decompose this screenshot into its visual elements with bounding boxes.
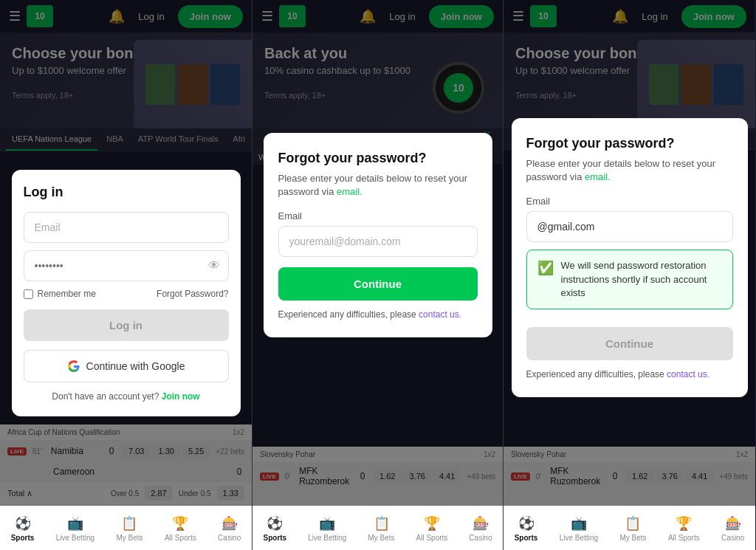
contact-link-2[interactable]: contact us. [419, 309, 461, 320]
forgot-modal-success: Forgot your password? Please enter your … [512, 118, 748, 397]
difficulty-text-3: Experienced any difficulties, please con… [526, 369, 733, 379]
login-modal-title: Log in [24, 185, 229, 200]
continue-button-basic[interactable]: Continue [278, 267, 478, 300]
nav-allsports-label-3: All Sports [668, 534, 700, 542]
nav-live-label-1: Live Betting [56, 534, 94, 542]
nav-allsports-1[interactable]: 🏆 All Sports [165, 515, 196, 542]
nav-casino-2[interactable]: 🎰 Casino [469, 515, 492, 542]
google-btn-label: Continue with Google [86, 360, 185, 372]
remember-checkbox[interactable] [24, 289, 33, 299]
nav-bets-icon-2: 📋 [374, 515, 390, 532]
nav-bets-label-2: My Bets [368, 534, 394, 542]
forgot-email-input-3[interactable] [526, 211, 733, 242]
contact-link-3[interactable]: contact us. [667, 369, 709, 379]
continue-button-success[interactable]: Continue [526, 327, 733, 360]
email-field-label-3: Email [526, 196, 733, 207]
join-link[interactable]: Join now [162, 391, 200, 402]
nav-sports-icon-2: ⚽ [267, 515, 283, 532]
nav-sports-3[interactable]: ⚽ Sports [515, 515, 538, 542]
nav-allsports-3[interactable]: 🏆 All Sports [668, 515, 700, 542]
nav-sports-label-1: Sports [11, 534, 35, 542]
success-checkmark-icon: ✅ [537, 260, 554, 276]
nav-live-label-2: Live Betting [308, 534, 346, 542]
eye-icon[interactable]: 👁 [208, 259, 220, 272]
email-input[interactable] [24, 212, 229, 243]
login-submit-button[interactable]: Log in [24, 309, 229, 341]
nav-casino-icon-1: 🎰 [221, 515, 238, 532]
password-input[interactable] [24, 250, 229, 281]
nav-live-icon-2: 📺 [319, 515, 335, 532]
panel-1: ☰ 10 🔔 Log in Join now Choose your bonus… [0, 0, 252, 550]
nav-allsports-label-2: All Sports [416, 534, 448, 542]
nav-bets-1[interactable]: 📋 My Bets [116, 515, 142, 542]
nav-casino-icon-2: 🎰 [472, 515, 489, 532]
forgot-password-link[interactable]: Forgot Password? [157, 289, 228, 299]
login-modal: Log in 👁 Remember me Forgot Password? Lo… [12, 170, 241, 416]
nav-allsports-label-1: All Sports [165, 534, 196, 542]
nav-bets-icon-1: 📋 [121, 515, 137, 532]
nav-casino-label-2: Casino [469, 534, 492, 542]
difficulty-text-2: Experienced any difficulties, please con… [278, 309, 478, 320]
google-signin-button[interactable]: Continue with Google [24, 350, 229, 382]
nav-sports-label-3: Sports [515, 534, 538, 542]
forgot-modal-desc: Please enter your details below to reset… [278, 172, 478, 199]
google-logo-icon [67, 360, 80, 373]
forgot-modal-basic: Forgot your password? Please enter your … [264, 133, 492, 337]
panel-2: ☰ 10 🔔 Log in Join now Back at you 10% c… [252, 0, 504, 550]
nav-bets-label-1: My Bets [116, 534, 142, 542]
nav-casino-label-3: Casino [721, 534, 744, 542]
nav-sports-1[interactable]: ⚽ Sports [11, 515, 35, 542]
nav-live-3[interactable]: 📺 Live Betting [560, 515, 598, 542]
nav-live-label-3: Live Betting [560, 534, 598, 542]
nav-bets-3[interactable]: 📋 My Bets [619, 515, 646, 542]
remember-label: Remember me [38, 289, 96, 299]
nav-casino-3[interactable]: 🎰 Casino [721, 515, 744, 542]
nav-live-2[interactable]: 📺 Live Betting [308, 515, 346, 542]
forgot-success-modal-overlay: Forgot your password? Please enter your … [504, 0, 755, 506]
password-wrapper: 👁 [24, 250, 229, 281]
success-text: We will send password restoration instru… [561, 259, 722, 300]
nav-live-1[interactable]: 📺 Live Betting [56, 515, 94, 542]
forgot-modal-title: Forgot your password? [278, 151, 478, 166]
screen-container: ☰ 10 🔔 Log in Join now Choose your bonus… [0, 0, 756, 550]
forgot-success-desc: Please enter your details below to reset… [526, 157, 733, 184]
bottom-nav-1: ⚽ Sports 📺 Live Betting 📋 My Bets 🏆 All … [0, 506, 252, 550]
bottom-nav-2: ⚽ Sports 📺 Live Betting 📋 My Bets 🏆 All … [252, 506, 503, 550]
email-field-label: Email [278, 210, 478, 221]
remember-row: Remember me Forgot Password? [24, 289, 229, 299]
join-text: Don't have an account yet? Join now [24, 391, 229, 402]
nav-sports-2[interactable]: ⚽ Sports [264, 515, 287, 542]
nav-live-icon-3: 📺 [571, 515, 587, 532]
remember-left: Remember me [24, 289, 96, 299]
nav-sports-icon-3: ⚽ [518, 515, 535, 532]
nav-allsports-2[interactable]: 🏆 All Sports [416, 515, 448, 542]
forgot-success-title: Forgot your password? [526, 136, 733, 151]
nav-allsports-icon-2: 🏆 [424, 515, 440, 532]
nav-casino-icon-3: 🎰 [725, 515, 741, 532]
panel-3: ☰ 10 🔔 Log in Join now Choose your bonus… [504, 0, 755, 550]
login-modal-overlay: Log in 👁 Remember me Forgot Password? Lo… [0, 0, 252, 506]
nav-bets-2[interactable]: 📋 My Bets [368, 515, 394, 542]
nav-sports-label-2: Sports [264, 534, 287, 542]
nav-live-icon-1: 📺 [67, 515, 83, 532]
bottom-nav-3: ⚽ Sports 📺 Live Betting 📋 My Bets 🏆 All … [504, 506, 755, 550]
forgot-email-input[interactable] [278, 226, 478, 257]
nav-casino-1[interactable]: 🎰 Casino [218, 515, 241, 542]
nav-sports-icon-1: ⚽ [15, 515, 31, 532]
nav-allsports-icon-3: 🏆 [676, 515, 692, 532]
nav-allsports-icon-1: 🏆 [172, 515, 188, 532]
nav-bets-icon-3: 📋 [625, 515, 641, 532]
nav-bets-label-3: My Bets [619, 534, 646, 542]
success-message-box: ✅ We will send password restoration inst… [526, 250, 733, 309]
nav-casino-label-1: Casino [218, 534, 241, 542]
forgot-modal-overlay: Forgot your password? Please enter your … [252, 0, 503, 506]
